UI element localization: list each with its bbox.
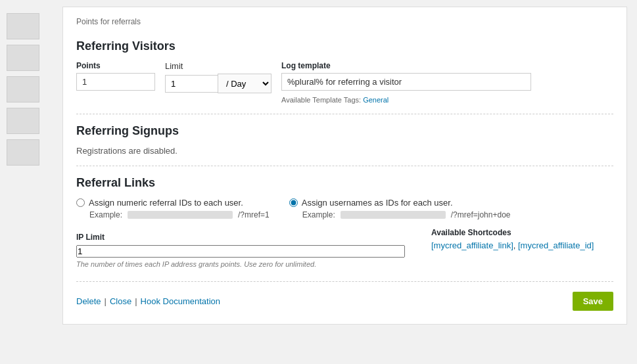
limit-input[interactable]: [165, 75, 218, 93]
example-url-username: [341, 211, 446, 219]
sep-1: |: [105, 296, 106, 306]
save-button[interactable]: Save: [573, 292, 613, 311]
save-area: Save: [573, 292, 613, 311]
limit-select[interactable]: / Day / Hour / Week / Month: [218, 74, 271, 93]
template-tags: Available Template Tags: General: [281, 96, 531, 104]
radio-username[interactable]: [289, 198, 298, 207]
limit-group: Limit / Day / Hour / Week / Month: [165, 61, 271, 93]
radio-label-username[interactable]: Assign usernames as IDs for each user.: [289, 198, 511, 208]
sep-2: |: [135, 296, 137, 306]
points-limit-row: Points Limit / Day / Hour / Week / Month: [76, 61, 613, 104]
points-group: Points: [76, 61, 155, 91]
log-template-input[interactable]: [281, 73, 531, 91]
radio-label-numeric[interactable]: Assign numeric referral IDs to each user…: [76, 198, 270, 208]
log-template-label: Log template: [281, 61, 531, 70]
main-content: Points for referrals Referring Visitors …: [59, 0, 637, 364]
limit-label: Limit: [165, 61, 271, 71]
shortcode1-link[interactable]: [mycred_affiliate_link]: [431, 240, 513, 250]
close-link[interactable]: Close: [110, 296, 131, 306]
sidebar-item-2[interactable]: [7, 45, 39, 71]
sidebar-item-1[interactable]: [7, 13, 39, 39]
points-input[interactable]: [76, 73, 155, 91]
footer-links: Delete | Close | Hook Documentation Save: [76, 281, 613, 311]
example-numeric: Example: /?mref=1: [76, 210, 270, 219]
signups-disabled-text: Registrations are disabled.: [76, 146, 613, 156]
ip-limit-input[interactable]: [76, 245, 405, 258]
limit-row: / Day / Hour / Week / Month: [165, 74, 271, 93]
sidebar-item-4[interactable]: [7, 108, 39, 134]
referral-links-title: Referral Links: [76, 176, 613, 190]
log-template-group: Log template Available Template Tags: Ge…: [281, 61, 531, 104]
radio-option-username: Assign usernames as IDs for each user. E…: [289, 198, 511, 219]
hook-doc-link[interactable]: Hook Documentation: [141, 296, 220, 306]
divider-1: [76, 114, 613, 114]
shortcode2-link[interactable]: [mycred_affiliate_id]: [518, 240, 594, 250]
sidebar-item-5[interactable]: [7, 139, 39, 166]
shortcodes-title: Available Shortcodes: [431, 228, 613, 237]
radio-row: Assign numeric referral IDs to each user…: [76, 198, 613, 219]
referring-signups-title: Referring Signups: [76, 124, 613, 138]
ip-limit-col: IP Limit The number of times each IP add…: [76, 225, 405, 268]
ip-shortcodes-row: IP Limit The number of times each IP add…: [76, 225, 613, 268]
breadcrumb: Points for referrals: [76, 17, 613, 32]
example-url-numeric: [128, 211, 233, 219]
points-label: Points: [76, 61, 155, 70]
radio-option-numeric: Assign numeric referral IDs to each user…: [76, 198, 270, 219]
radio-numeric[interactable]: [76, 198, 85, 207]
delete-link[interactable]: Delete: [76, 296, 101, 306]
section-card: Points for referrals Referring Visitors …: [62, 7, 627, 325]
shortcodes-section: Available Shortcodes [mycred_affiliate_l…: [431, 228, 613, 250]
ip-limit-help: The number of times each IP address gran…: [76, 260, 405, 268]
sidebar: [0, 0, 59, 364]
example-username: Example: /?mref=john+doe: [289, 210, 511, 219]
referring-visitors-title: Referring Visitors: [76, 39, 613, 53]
ip-limit-section: IP Limit The number of times each IP add…: [76, 233, 405, 268]
ip-limit-label: IP Limit: [76, 233, 405, 242]
template-tags-link[interactable]: General: [363, 96, 389, 104]
shortcodes-col: Available Shortcodes [mycred_affiliate_l…: [431, 225, 613, 250]
divider-2: [76, 166, 613, 166]
sidebar-item-3[interactable]: [7, 76, 39, 102]
